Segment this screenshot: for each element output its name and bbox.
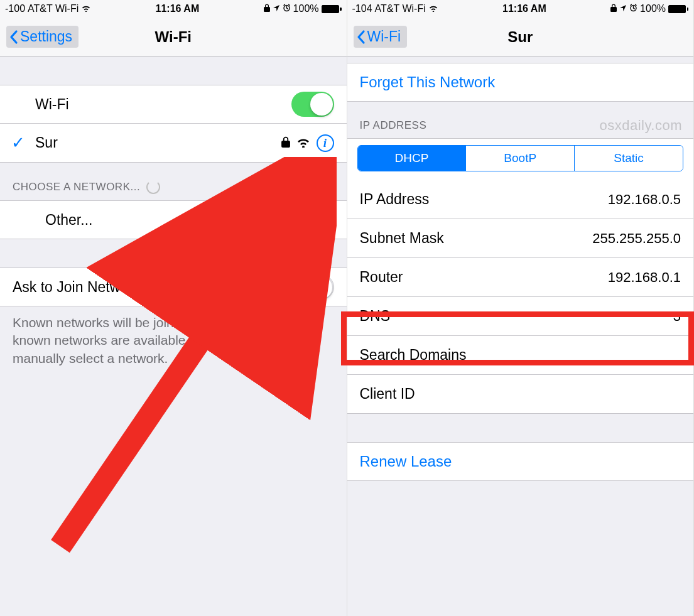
router-label: Router (360, 269, 608, 286)
ip-address-header: IP ADDRESS osxdaily.com (347, 102, 694, 138)
router-row: Router 192.168.0.1 (347, 258, 694, 297)
status-bar: -104 AT&T Wi-Fi 11:16 AM 100% (347, 0, 694, 18)
lock-icon (610, 3, 617, 14)
search-domains-row[interactable]: Search Domains (347, 336, 694, 375)
lock-icon (264, 3, 270, 14)
back-button[interactable]: Settings (6, 26, 79, 48)
wifi-toggle-row[interactable]: Wi-Fi (0, 85, 347, 124)
back-button[interactable]: Wi-Fi (354, 26, 408, 48)
signal-strength: -104 (352, 3, 372, 14)
signal-strength: -100 (5, 3, 25, 14)
lock-icon (281, 134, 290, 151)
dns-value: 3 (673, 308, 681, 325)
segment-static[interactable]: Static (575, 146, 683, 171)
ask-to-join-row[interactable]: Ask to Join Networks (0, 267, 347, 306)
location-icon (619, 3, 627, 14)
search-label: Search Domains (360, 347, 681, 364)
wifi-switch[interactable] (291, 92, 334, 117)
wifi-icon (428, 3, 438, 14)
ip-mode-segmented[interactable]: DHCP BootP Static (357, 145, 684, 171)
segment-bootp[interactable]: BootP (466, 146, 575, 171)
subnet-mask-row: Subnet Mask 255.255.255.0 (347, 219, 694, 258)
clock: 11:16 AM (502, 3, 546, 14)
subnet-value: 255.255.255.0 (592, 230, 681, 247)
screen-network-details: -104 AT&T Wi-Fi 11:16 AM 100% Wi-Fi Sur … (347, 0, 695, 616)
renew-lease-row[interactable]: Renew Lease (347, 442, 694, 481)
wifi-icon (81, 3, 91, 14)
dns-label: DNS (360, 308, 673, 325)
dns-row[interactable]: DNS 3 (347, 297, 694, 336)
ask-switch[interactable] (291, 274, 334, 300)
ip-value: 192.168.0.5 (608, 192, 681, 208)
page-title: Sur (507, 28, 533, 46)
client-id-row[interactable]: Client ID (347, 375, 694, 414)
nav-bar: Settings Wi-Fi (0, 18, 347, 57)
router-value: 192.168.0.1 (608, 269, 681, 286)
back-label: Wi-Fi (367, 28, 401, 45)
checkmark-icon: ✓ (11, 133, 25, 153)
battery-percent: 100% (293, 3, 319, 14)
forget-label: Forget This Network (360, 73, 496, 91)
info-icon[interactable]: i (317, 134, 334, 152)
alarm-icon (283, 3, 291, 14)
location-icon (273, 3, 280, 14)
screen-wifi-list: -100 AT&T Wi-Fi 11:16 AM 100% Settings W… (0, 0, 347, 616)
wifi-label: Wi-Fi (13, 96, 291, 113)
renew-label: Renew Lease (360, 453, 452, 470)
spinner-icon (146, 180, 160, 194)
network-name: Sur (35, 134, 281, 151)
ask-footer: Known networks will be joined automatica… (0, 306, 347, 375)
other-label: Other... (45, 212, 334, 229)
other-network-row[interactable]: Other... (0, 200, 347, 239)
status-bar: -100 AT&T Wi-Fi 11:16 AM 100% (0, 0, 347, 18)
wifi-strength-icon (296, 134, 310, 151)
client-label: Client ID (360, 386, 681, 403)
back-label: Settings (20, 28, 72, 45)
nav-bar: Wi-Fi Sur (347, 18, 694, 57)
choose-network-header: CHOOSE A NETWORK... (0, 163, 347, 200)
ip-address-row: IP Address 192.168.0.5 (347, 180, 694, 219)
connected-network-row[interactable]: ✓ Sur i (0, 124, 347, 163)
alarm-icon (629, 3, 637, 14)
battery-icon (668, 5, 688, 13)
subnet-label: Subnet Mask (360, 230, 593, 247)
forget-network-row[interactable]: Forget This Network (347, 63, 694, 102)
segment-dhcp[interactable]: DHCP (358, 146, 467, 171)
ip-label: IP Address (360, 191, 608, 208)
battery-icon (322, 5, 342, 13)
ask-label: Ask to Join Networks (13, 279, 291, 296)
carrier-label: AT&T Wi-Fi (28, 3, 79, 14)
clock: 11:16 AM (156, 3, 200, 14)
carrier-label: AT&T Wi-Fi (375, 3, 426, 14)
battery-percent: 100% (640, 3, 666, 14)
watermark: osxdaily.com (599, 117, 682, 134)
page-title: Wi-Fi (155, 28, 192, 46)
